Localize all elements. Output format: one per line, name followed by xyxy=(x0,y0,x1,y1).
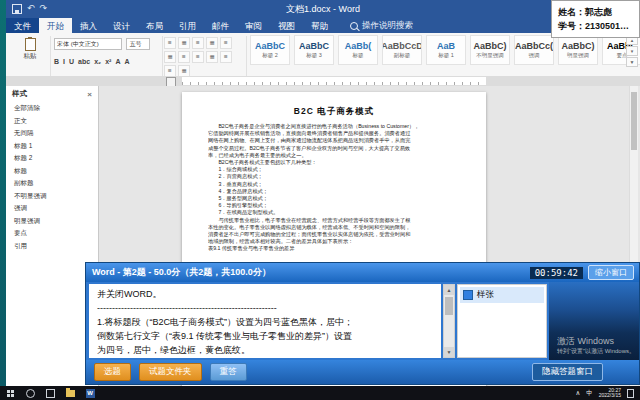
clipboard-icon xyxy=(25,38,36,51)
tab-file[interactable]: 文件 xyxy=(6,18,39,33)
font-name-combo[interactable]: 宋体 (中文正文) xyxy=(54,38,122,50)
question-line: 倒数第七行文字（“表9.1 传统零售业与电子零售业的差异”）设置 xyxy=(97,329,433,343)
font-format-icon[interactable]: A xyxy=(115,58,120,65)
question-line: ----------------------------------------… xyxy=(97,301,433,315)
tray-chevron-icon[interactable]: ∧ xyxy=(575,389,580,397)
paragraph-format-icon[interactable]: ≣ xyxy=(206,51,218,63)
scrollbar-thumb[interactable] xyxy=(631,92,637,150)
start-button[interactable] xyxy=(0,386,20,400)
style-list-item[interactable]: 强调 xyxy=(6,202,98,215)
ribbon-tab[interactable]: 布局 xyxy=(138,18,171,33)
style-list-item[interactable]: 要点 xyxy=(6,227,98,240)
font-format-icon[interactable]: B xyxy=(54,58,59,65)
paragraph-format-icon[interactable]: ≡ xyxy=(164,37,176,49)
exam-body: 并关闭WORD。--------------------------------… xyxy=(86,282,639,360)
style-list-item[interactable]: 明显强调 xyxy=(6,215,98,228)
font-format-icon[interactable]: x² xyxy=(105,58,111,65)
ribbon-tab[interactable]: 引用 xyxy=(171,18,204,33)
sample-item[interactable]: 样张 xyxy=(460,287,544,303)
word-titlebar: ↶ ↷ 文档1.docx - Word xyxy=(6,0,640,18)
style-list-item[interactable]: 引用 xyxy=(6,240,98,253)
style-label: 不明显强调 xyxy=(476,52,504,59)
taskbar-clock[interactable]: 20:27 2022/3/15 xyxy=(599,388,621,399)
style-list-item[interactable]: 无间隔 xyxy=(6,127,98,140)
ruler-band xyxy=(182,77,486,85)
doc-line: 1．综合商城模式； xyxy=(208,166,460,173)
paragraph-format-icon[interactable]: ≡ xyxy=(220,37,232,49)
paragraph-format-icon[interactable]: ≡ xyxy=(178,51,190,63)
doc-line: 网络在网上购物、在网上支付，由商家通过物流配送体系把商品送到消费者手中，从而完 xyxy=(208,137,460,144)
font-size-combo[interactable]: 五号 xyxy=(126,38,150,50)
hide-window-button[interactable]: 隐藏答题窗口 xyxy=(532,363,603,381)
style-list-item[interactable]: 标题 1 xyxy=(6,140,98,153)
shrink-window-button[interactable]: 缩小窗口 xyxy=(588,265,634,280)
ribbon-tab[interactable]: 帮助 xyxy=(303,18,336,33)
font-format-icon[interactable]: abc xyxy=(78,58,90,65)
style-label: 标题 1 xyxy=(438,52,454,59)
style-list-item[interactable]: 正文 xyxy=(6,115,98,128)
style-list-item[interactable]: 不明显强调 xyxy=(6,190,98,203)
font-format-icon[interactable]: U xyxy=(69,58,74,65)
style-sample: AaB xyxy=(437,41,455,52)
taskbar-search-button[interactable] xyxy=(20,386,40,400)
style-tile[interactable]: AaBbCcD 副标题 xyxy=(382,35,422,65)
close-icon[interactable]: × xyxy=(87,90,92,99)
ribbon-tab[interactable]: 视图 xyxy=(270,18,303,33)
tell-me-search[interactable]: 操作说明搜索 xyxy=(350,18,413,33)
doc-line: 地域的限制，经营成本相对较高。二者的差异具体如下表所示： xyxy=(208,238,460,245)
style-list-item[interactable]: 副标题 xyxy=(6,177,98,190)
word-taskbar-button[interactable]: W xyxy=(80,386,100,400)
style-tile[interactable]: AaBbC 标题 2 xyxy=(250,35,290,65)
ribbon-tab[interactable]: 插入 xyxy=(72,18,105,33)
desktop-region: 激活 Windows 转到“设置”以激活 Windows。 xyxy=(549,282,639,360)
ime-indicator[interactable]: 中 xyxy=(586,389,593,398)
style-tile[interactable]: AaB 标题 1 xyxy=(426,35,466,65)
task-view-button[interactable] xyxy=(40,386,60,400)
scroll-up-icon[interactable]: ▲ xyxy=(444,285,454,295)
paragraph-format-icon[interactable]: ≡ xyxy=(192,51,204,63)
question-text: 并关闭WORD。--------------------------------… xyxy=(89,284,441,358)
style-tile[interactable]: AaBbC) 不明显强调 xyxy=(470,35,510,65)
paragraph-format-icon[interactable]: ≣ xyxy=(164,51,176,63)
style-list-item[interactable]: 标题 xyxy=(6,165,98,178)
style-list-item[interactable]: 全部清除 xyxy=(6,102,98,115)
ribbon-tab[interactable]: 邮件 xyxy=(204,18,237,33)
style-tile[interactable]: AaBb( 标题 xyxy=(338,35,378,65)
paragraph-format-icon[interactable]: ≡ xyxy=(220,51,232,63)
style-tile[interactable]: AaBbCc( 强调 xyxy=(514,35,554,65)
paragraph-format-icon[interactable]: ≣ xyxy=(178,37,190,49)
redo-button[interactable]: 重答 xyxy=(210,363,247,381)
doc-line: 它借助因特网开展在线销售活动，直接面向最终消费者销售产品和提供服务。消费者通过 xyxy=(208,130,460,137)
file-explorer-button[interactable] xyxy=(60,386,80,400)
examinee-name-row: 姓名：郭志彪 xyxy=(558,5,633,19)
styles-gallery: AaBbC 标题 2 AaBbC 标题 3 AaBb( 标题 AaBb xyxy=(250,35,640,65)
exam-folder-button[interactable]: 试题文件夹 xyxy=(139,363,202,381)
paragraph-format-icon[interactable]: ≡ xyxy=(192,37,204,49)
gallery-scroll-down-icon[interactable]: ▾ xyxy=(626,46,638,56)
question-line: 为四号，居中，绿色边框，黄色底纹。 xyxy=(97,343,433,357)
style-tile[interactable]: AaBbC) 明显强调 xyxy=(558,35,598,65)
font-format-icon[interactable]: x₂ xyxy=(94,58,101,65)
doc-line: 5．服务型网店模式； xyxy=(208,195,460,202)
style-sample: AaBbCc( xyxy=(515,41,553,52)
style-label: 强调 xyxy=(529,52,540,59)
search-icon xyxy=(26,389,35,398)
select-question-button[interactable]: 选题 xyxy=(94,363,131,381)
gallery-more-icon[interactable]: ▼ xyxy=(626,57,638,67)
style-tile[interactable]: AaBbC 标题 3 xyxy=(294,35,334,65)
style-list-item[interactable]: 标题 2 xyxy=(6,152,98,165)
ribbon-tab[interactable]: 审阅 xyxy=(237,18,270,33)
notification-icon[interactable] xyxy=(627,389,634,398)
doc-line: 消费者足不出户即可完成购物的全过程；而传统零售业以实体店铺为依托，受营业时间和 xyxy=(208,231,460,238)
doc-line: 本性的变化。电子零售业以网络虚拟店铺为载体，经营成本低、不受时间和空间的限制， xyxy=(208,224,460,231)
font-format-icon[interactable]: A xyxy=(124,58,129,65)
paragraph-format-icon[interactable]: ≣ xyxy=(206,37,218,49)
scroll-down-icon[interactable]: ▼ xyxy=(444,347,454,357)
clock-date: 2022/3/15 xyxy=(599,393,621,399)
scrollbar-thumb[interactable] xyxy=(445,297,453,315)
ribbon-tab[interactable]: 开始 xyxy=(39,18,72,33)
paste-button[interactable]: 粘贴 xyxy=(14,36,46,63)
font-format-icon[interactable]: I xyxy=(63,58,65,65)
question-scrollbar[interactable]: ▲ ▼ xyxy=(443,284,455,358)
ribbon-tab[interactable]: 设计 xyxy=(105,18,138,33)
